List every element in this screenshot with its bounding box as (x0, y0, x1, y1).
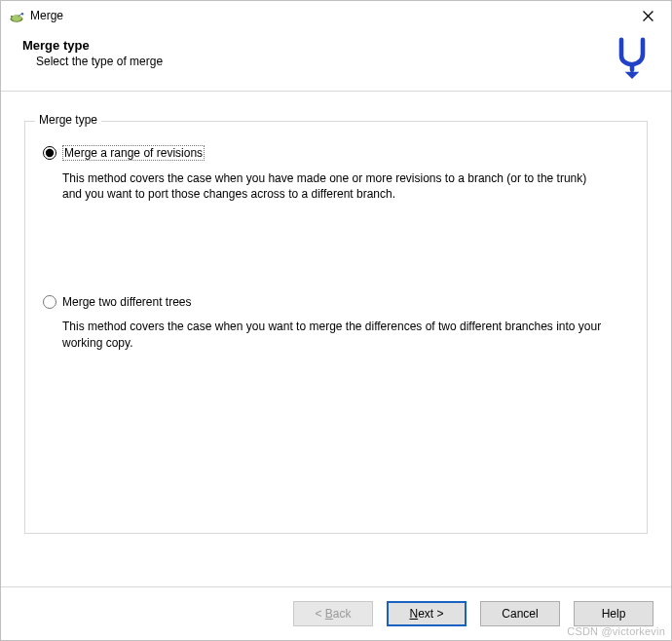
close-icon (643, 11, 653, 21)
merge-range-description: This method covers the case when you hav… (62, 170, 608, 202)
option-merge-trees: Merge two different trees This method co… (43, 295, 629, 350)
radio-merge-trees-label[interactable]: Merge two different trees (62, 295, 192, 309)
titlebar: Merge (1, 1, 671, 30)
svg-point-4 (21, 13, 23, 15)
option-merge-range: Merge a range of revisions This method c… (43, 145, 629, 202)
window-title: Merge (30, 9, 63, 22)
group-legend: Merge type (35, 113, 101, 127)
tortoisesvn-icon (9, 8, 24, 23)
cancel-button[interactable]: Cancel (480, 601, 560, 626)
merge-type-group: Merge type Merge a range of revisions Th… (24, 121, 648, 534)
next-button[interactable]: Next > (387, 601, 467, 626)
merge-trees-description: This method covers the case when you wan… (62, 319, 608, 350)
back-button: < Back (293, 601, 373, 626)
help-button[interactable]: Help (574, 601, 653, 626)
close-button[interactable] (628, 2, 667, 29)
page-title: Merge type (22, 38, 601, 53)
svg-point-2 (11, 16, 13, 18)
page-subtitle: Select the type of merge (36, 55, 601, 68)
merge-icon (611, 36, 653, 79)
radio-merge-range[interactable] (43, 146, 56, 160)
wizard-content: Merge type Merge a range of revisions Th… (1, 92, 671, 586)
merge-wizard-window: Merge Merge type Select the type of merg… (0, 0, 672, 641)
radio-merge-trees[interactable] (43, 295, 56, 309)
wizard-header: Merge type Select the type of merge (1, 30, 671, 92)
svg-point-3 (11, 16, 12, 17)
radio-merge-range-label[interactable]: Merge a range of revisions (62, 145, 205, 161)
wizard-button-bar: < Back Next > Cancel Help (1, 586, 671, 640)
